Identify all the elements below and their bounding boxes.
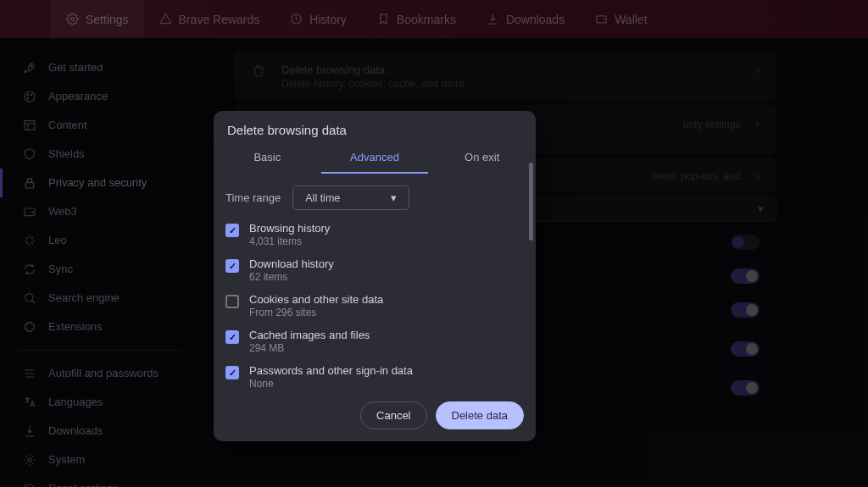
checkbox-label: Passwords and other sign-in data [249,364,534,377]
checkbox[interactable] [225,295,239,308]
checkbox-sub: From 296 sites [249,307,534,318]
checkbox-row-cookies: Cookies and other site dataFrom 296 site… [225,288,534,324]
checkbox[interactable] [225,224,239,237]
checkbox[interactable] [225,330,239,344]
checkbox-row-passwords: Passwords and other sign-in dataNone [225,359,534,393]
dialog-tab-basic[interactable]: Basic [214,144,321,174]
checkbox-sub: 62 items [249,271,534,283]
delete-data-button[interactable]: Delete data [436,401,525,429]
dialog-tab-advanced[interactable]: Advanced [321,144,429,174]
time-range-value: All time [305,192,340,204]
dialog-tabs: Basic Advanced On exit [214,144,536,174]
dialog-tab-on-exit[interactable]: On exit [428,144,536,174]
time-range-select[interactable]: All time ▾ [292,185,409,210]
chevron-down-icon: ▾ [391,191,397,204]
cancel-button[interactable]: Cancel [360,401,426,429]
time-range-label: Time range [225,191,281,204]
checkbox[interactable] [225,259,239,273]
dialog-body[interactable]: Time range All time ▾ Browsing history4,… [214,174,536,393]
checkbox-sub: 4,031 items [249,235,534,247]
checkbox-row-cached: Cached images and files294 MB [225,324,534,359]
dialog-title: Delete browsing data [214,111,536,144]
checkbox[interactable] [225,366,239,379]
checkbox-row-browsing-history: Browsing history4,031 items [225,217,534,252]
checkbox-label: Download history [249,257,534,270]
checkbox-label: Cached images and files [249,329,534,341]
checkbox-row-download-history: Download history62 items [225,252,534,288]
dialog-scrollbar-thumb[interactable] [529,163,533,241]
checkbox-sub: None [249,378,534,390]
delete-browsing-data-dialog: Delete browsing data Basic Advanced On e… [214,111,536,441]
checkbox-sub: 294 MB [249,342,534,354]
checkbox-label: Cookies and other site data [249,293,534,306]
dialog-footer: Cancel Delete data [214,393,536,441]
checkbox-label: Browsing history [249,222,534,235]
